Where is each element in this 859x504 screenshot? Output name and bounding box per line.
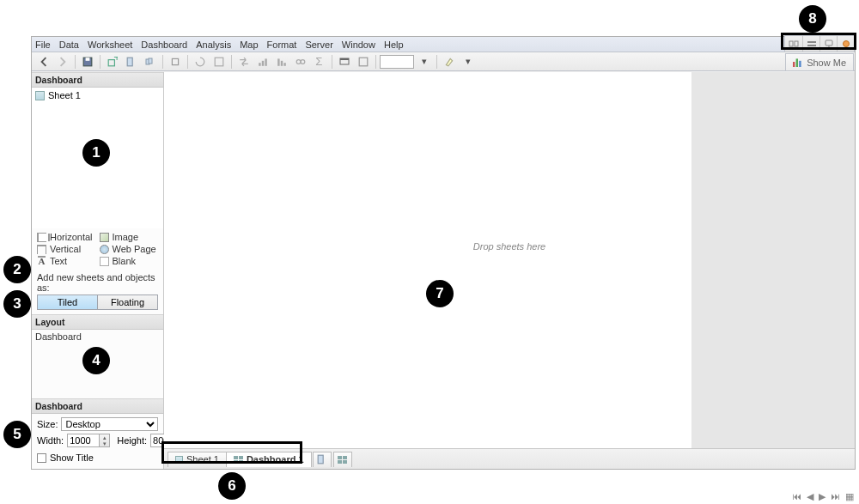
annotation-2: 2 bbox=[3, 256, 31, 283]
svg-point-27 bbox=[843, 41, 849, 47]
object-horizontal[interactable]: Horizontal bbox=[37, 232, 96, 242]
new-worksheet-button[interactable] bbox=[313, 452, 332, 467]
tab-dashboard1[interactable]: Dashboard 1 bbox=[226, 452, 312, 467]
svg-rect-10 bbox=[262, 60, 264, 65]
new-dashboard-button[interactable] bbox=[333, 452, 352, 467]
view-help-button[interactable] bbox=[837, 36, 854, 52]
svg-rect-28 bbox=[793, 62, 795, 67]
sheet-list-item[interactable]: Sheet 1 bbox=[35, 89, 160, 101]
menu-file[interactable]: File bbox=[35, 39, 51, 50]
menu-format[interactable]: Format bbox=[267, 39, 297, 50]
menu-map[interactable]: Map bbox=[240, 39, 258, 50]
tab-sheet1[interactable]: Sheet 1 bbox=[168, 452, 227, 467]
worksheet-icon bbox=[175, 456, 183, 464]
save-button[interactable] bbox=[79, 54, 96, 70]
webpage-icon bbox=[100, 245, 109, 254]
object-vertical[interactable]: Vertical bbox=[37, 244, 96, 254]
svg-point-15 bbox=[296, 59, 301, 64]
canvas-wrap: Drop sheets here Sheet 1 Dashboard 1 bbox=[164, 72, 855, 469]
dashboard-icon bbox=[234, 456, 243, 464]
group-button[interactable] bbox=[292, 54, 309, 70]
back-button[interactable] bbox=[35, 54, 52, 70]
size-select[interactable]: Desktop bbox=[61, 417, 158, 431]
horizontal-icon bbox=[37, 233, 46, 242]
view-mode-group bbox=[784, 35, 855, 52]
menu-worksheet[interactable]: Worksheet bbox=[88, 39, 132, 50]
highlight-button[interactable] bbox=[441, 54, 458, 70]
menu-help[interactable]: Help bbox=[384, 39, 404, 50]
floating-button[interactable]: Floating bbox=[98, 295, 157, 309]
width-input[interactable] bbox=[67, 434, 100, 447]
highlight-dropdown-icon[interactable]: ▾ bbox=[460, 54, 477, 70]
menu-data[interactable]: Data bbox=[59, 39, 79, 50]
sort-desc-button[interactable] bbox=[273, 54, 290, 70]
swap-button[interactable] bbox=[235, 54, 253, 70]
svg-rect-19 bbox=[340, 58, 349, 60]
annotation-1: 1 bbox=[82, 139, 110, 167]
view-cards-button[interactable] bbox=[785, 36, 802, 52]
object-image[interactable]: Image bbox=[100, 232, 159, 242]
status-nav: ⏮ ◀ ▶ ⏭ ▦ bbox=[792, 491, 854, 502]
view-presentation-button[interactable] bbox=[819, 36, 837, 52]
show-title-checkbox[interactable] bbox=[37, 453, 46, 463]
tiled-button[interactable]: Tiled bbox=[38, 295, 98, 309]
dashboard-canvas[interactable]: Drop sheets here bbox=[164, 72, 855, 448]
show-me-label: Show Me bbox=[807, 58, 846, 68]
nav-next-icon[interactable]: ▶ bbox=[819, 491, 825, 502]
nav-menu-icon[interactable]: ▦ bbox=[845, 491, 854, 502]
nav-last-icon[interactable]: ⏭ bbox=[831, 491, 840, 502]
svg-rect-23 bbox=[807, 41, 816, 43]
svg-rect-31 bbox=[318, 455, 323, 464]
menu-bar: File Data Worksheet Dashboard Analysis M… bbox=[32, 37, 855, 52]
menu-server[interactable]: Server bbox=[305, 39, 332, 50]
nav-prev-icon[interactable]: ◀ bbox=[807, 491, 813, 502]
nav-first-icon[interactable]: ⏮ bbox=[792, 491, 801, 502]
duplicate-button[interactable] bbox=[142, 54, 159, 70]
show-me-button[interactable]: Show Me bbox=[785, 53, 854, 71]
aggregate-button[interactable]: Σ bbox=[311, 54, 328, 70]
svg-text:Σ: Σ bbox=[315, 57, 322, 67]
width-label: Width: bbox=[37, 435, 64, 446]
svg-rect-6 bbox=[149, 58, 152, 64]
toolbar: + Σ ▾ ▾ bbox=[32, 52, 855, 71]
menu-dashboard[interactable]: Dashboard bbox=[141, 39, 187, 50]
autoupdate-button[interactable] bbox=[192, 54, 209, 70]
dashboard-objects: Horizontal Image Vertical Web Page AText… bbox=[32, 228, 163, 270]
side-panel: Dashboard Sheet 1 Horizontal Image Verti… bbox=[32, 72, 164, 469]
add-new-mode: Add new sheets and objects as: Tiled Flo… bbox=[32, 270, 163, 314]
highlight-color[interactable] bbox=[380, 55, 414, 69]
svg-rect-29 bbox=[796, 58, 798, 67]
fit-dropdown[interactable] bbox=[355, 54, 372, 70]
annotation-6: 6 bbox=[218, 472, 246, 500]
dashboard-icon bbox=[338, 456, 347, 464]
object-blank[interactable]: Blank bbox=[100, 256, 159, 266]
new-sheet-button[interactable] bbox=[123, 54, 140, 70]
layout-section-header: Layout bbox=[32, 314, 163, 330]
view-list-button[interactable] bbox=[802, 36, 819, 52]
show-me-icon bbox=[793, 57, 803, 69]
sheet-tabs-bar: Sheet 1 Dashboard 1 bbox=[164, 448, 855, 469]
object-webpage[interactable]: Web Page bbox=[100, 244, 159, 254]
sort-asc-button[interactable] bbox=[254, 54, 271, 70]
svg-point-16 bbox=[301, 59, 305, 64]
menu-analysis[interactable]: Analysis bbox=[196, 39, 231, 50]
presentation-button[interactable] bbox=[336, 54, 353, 70]
svg-rect-21 bbox=[789, 41, 793, 46]
new-datasource-button[interactable]: + bbox=[104, 54, 121, 70]
svg-rect-20 bbox=[359, 58, 368, 66]
layout-root-label: Dashboard bbox=[35, 331, 82, 342]
annotation-3: 3 bbox=[3, 290, 31, 318]
run-button[interactable] bbox=[210, 54, 228, 70]
width-spinner-icon[interactable]: ▴▾ bbox=[100, 434, 110, 447]
size-label: Size: bbox=[37, 419, 58, 429]
clear-button[interactable] bbox=[167, 54, 184, 70]
svg-rect-14 bbox=[283, 63, 285, 66]
svg-rect-22 bbox=[795, 41, 798, 46]
forward-button[interactable] bbox=[54, 54, 71, 70]
svg-rect-12 bbox=[277, 58, 279, 65]
menu-window[interactable]: Window bbox=[342, 39, 375, 50]
svg-rect-8 bbox=[215, 58, 223, 66]
object-text[interactable]: AText bbox=[37, 256, 96, 266]
svg-text:+: + bbox=[113, 57, 118, 64]
color-dropdown-icon[interactable]: ▾ bbox=[416, 54, 433, 70]
